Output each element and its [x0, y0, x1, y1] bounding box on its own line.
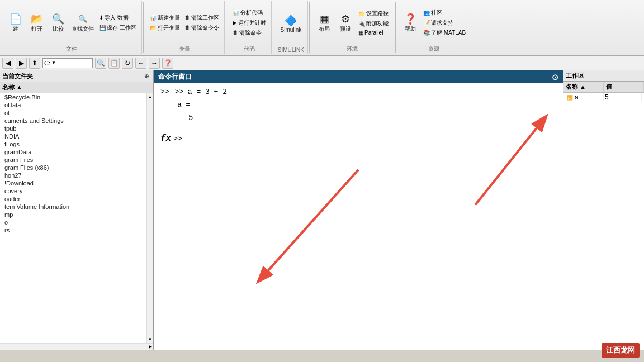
layout-button[interactable]: ▦ 布局	[314, 12, 334, 34]
parallel-label: Parallel	[364, 30, 383, 36]
list-item[interactable]: o	[0, 218, 146, 226]
result-value: 5	[188, 113, 193, 122]
list-item[interactable]: fLogs	[0, 140, 146, 148]
analyze-button[interactable]: 📊 分析代码	[231, 8, 268, 17]
clear-cmd-button[interactable]: 🗑 清除命令令	[183, 23, 221, 32]
resources-group-label: 资源	[428, 44, 439, 53]
cmd-window-expand-btn[interactable]: ⊙	[552, 73, 558, 82]
sep2	[226, 2, 226, 53]
find-button[interactable]: 🔍 查找文件	[69, 12, 96, 34]
preset-button[interactable]: ⚙ 预设	[335, 12, 356, 34]
addon-button[interactable]: 🔌 附加功能	[357, 19, 390, 28]
cmd-expression: >> a = 3 + 2	[174, 88, 227, 96]
list-item[interactable]: NDIA	[0, 132, 146, 140]
list-item[interactable]: covery	[0, 187, 146, 195]
list-item[interactable]: cuments and Settings	[0, 117, 146, 125]
new-var-button[interactable]: 📊 新建变量	[148, 13, 182, 22]
compare-icon: 🔍	[52, 13, 64, 25]
up-button[interactable]: ⬆	[29, 58, 40, 69]
path-input[interactable]: C: ▼	[42, 58, 93, 68]
forward-button[interactable]: ▶	[16, 58, 27, 69]
community-icon: 👥	[423, 9, 430, 16]
search-button[interactable]: 🔍	[95, 58, 106, 69]
list-item[interactable]: !Download	[0, 179, 146, 187]
list-item[interactable]: gram Files	[0, 156, 146, 164]
navigate-back[interactable]: ←	[135, 58, 146, 69]
compare-button[interactable]: 🔍 比较	[48, 12, 68, 34]
clear-cmd2-icon: 🗑	[233, 30, 238, 36]
request-button[interactable]: 📝 请求支持	[422, 18, 467, 27]
list-item[interactable]: mp	[0, 211, 146, 218]
list-item[interactable]: gram Files (x86)	[0, 164, 146, 172]
workspace-var-name: ▦ a	[566, 93, 604, 101]
import-icon: ⬇	[99, 15, 103, 21]
save-button[interactable]: 💾 保存 工作区	[97, 23, 138, 32]
file-column-header[interactable]: 名称 ▲	[0, 82, 153, 93]
horizontal-scrollbar[interactable]: ▶	[0, 343, 153, 350]
scroll-down-btn[interactable]: ▼	[148, 337, 153, 342]
new-label: 建	[13, 25, 18, 33]
refresh-button[interactable]: ↻	[122, 58, 133, 69]
scroll-up-btn[interactable]: ▲	[148, 94, 153, 99]
scroll-right-btn[interactable]: ▶	[149, 344, 152, 349]
left-panel-collapse-btn[interactable]: ⊕	[142, 72, 151, 80]
preset-label: 预设	[340, 25, 351, 33]
toolbar-group-variable: 📊 新建变量 📂 打开变量 🗑 清除工作区 🗑 清除命令	[145, 1, 225, 54]
sep3	[273, 2, 273, 53]
layout-label: 布局	[319, 25, 330, 33]
list-item[interactable]: rs	[0, 226, 146, 234]
import-button[interactable]: ⬇ 导入 数据	[97, 13, 138, 22]
icons-button[interactable]: 📋	[108, 58, 120, 69]
help-button[interactable]: ❓ 帮助	[400, 12, 420, 34]
scrollbar[interactable]: ▲ ▼	[146, 93, 153, 343]
run-timer-button[interactable]: ▶ 运行并计时	[231, 18, 268, 27]
cmd-input-area[interactable]: fx >>	[160, 134, 556, 144]
addon-icon: 🔌	[358, 21, 365, 27]
clear-workspace-button[interactable]: 🗑 清除工作区	[183, 13, 221, 22]
parallel-button[interactable]: ▦ Parallel	[357, 29, 390, 36]
toolbar-buttons-row: 📄 建 📂 打开 🔍 比较 🔍 查找文件 ⬇	[0, 0, 644, 55]
annotation-arrows	[154, 83, 563, 350]
simulink-button[interactable]: 🔷 Simulink	[278, 13, 304, 34]
env-buttons: ▦ 布局 ⚙ 预设 📁 设置路径 🔌 附加功能	[314, 2, 390, 43]
toolbar-group-code: 📊 分析代码 ▶ 运行并计时 🗑 清除命令 代码	[228, 1, 272, 54]
list-item[interactable]: oData	[0, 101, 146, 109]
list-item[interactable]: gramData	[0, 148, 146, 156]
toolbar: 📄 建 📂 打开 🔍 比较 🔍 查找文件 ⬇	[0, 0, 644, 56]
workspace-row[interactable]: ▦ a 5	[564, 93, 644, 102]
learn-button[interactable]: 📚 了解 MATLAB	[422, 28, 467, 37]
sep5	[395, 2, 396, 53]
cmd-line-1: >> >> a = 3 + 2	[160, 88, 556, 96]
path-dropdown[interactable]: ▼	[51, 60, 56, 65]
workspace-col-name: 名称 ▲	[564, 82, 604, 92]
svg-line-4	[475, 117, 545, 205]
help-icon: ❓	[404, 13, 416, 25]
open-var-button[interactable]: 📂 打开变量	[148, 23, 182, 32]
navigate-fwd[interactable]: →	[149, 58, 160, 69]
save-label: 保存 工作区	[107, 24, 136, 32]
list-item[interactable]: tem Volume Information	[0, 203, 146, 211]
cmd-input-prompt: >>	[173, 135, 182, 143]
open-button[interactable]: 📂 打开	[27, 12, 47, 34]
set-path-button[interactable]: 📁 设置路径	[357, 9, 390, 18]
clear-cmd2-button[interactable]: 🗑 清除命令	[231, 28, 268, 37]
help-addr-button[interactable]: ❓	[162, 58, 173, 69]
cmd-body[interactable]: >> >> a = 3 + 2 a = 5 fx >>	[154, 83, 563, 350]
request-icon: 📝	[423, 20, 430, 26]
run-timer-label: 运行并计时	[238, 19, 266, 27]
fx-symbol: fx	[160, 134, 171, 144]
simulink-buttons: 🔷 Simulink	[278, 2, 304, 45]
community-button[interactable]: 👥 社区	[422, 8, 467, 17]
help-label: 帮助	[405, 25, 416, 33]
community-label: 社区	[431, 9, 442, 17]
back-button[interactable]: ◀	[2, 58, 13, 69]
new-icon: 📄	[10, 13, 22, 25]
list-item[interactable]: ot	[0, 109, 146, 117]
list-item[interactable]: hon27	[0, 172, 146, 179]
list-item[interactable]: tpub	[0, 125, 146, 132]
list-item[interactable]: $Recycle.Bin	[0, 93, 146, 101]
list-item[interactable]: oader	[0, 195, 146, 203]
new-button[interactable]: 📄 建	[6, 12, 26, 34]
run-timer-icon: ▶	[233, 20, 237, 26]
cmd-result-label: a =	[177, 101, 556, 109]
